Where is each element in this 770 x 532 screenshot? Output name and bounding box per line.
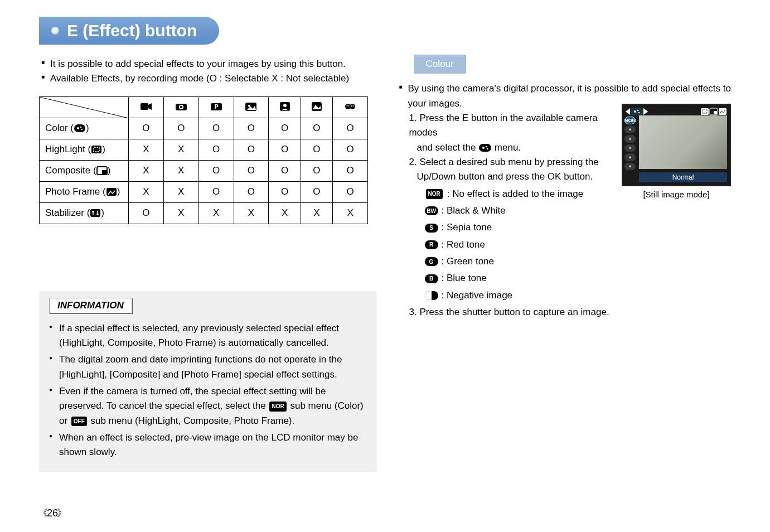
svg-rect-29 <box>479 144 491 152</box>
svg-rect-40 <box>719 108 727 115</box>
table-row: HighLight () XXOOOOO <box>40 139 368 160</box>
table-corner <box>40 96 129 118</box>
screen-box: NOR ● ● ● ● ● Normal <box>622 104 731 186</box>
intro-list: It is possible to add special effects to… <box>41 57 377 86</box>
nor-chip-icon: NOR <box>269 402 286 412</box>
svg-point-21 <box>80 127 82 128</box>
svg-rect-19 <box>74 124 85 132</box>
svg-rect-1 <box>141 103 148 110</box>
left-column: It is possible to add special effects to… <box>39 55 377 472</box>
table-row: Photo Frame () XXOOOOO <box>40 181 368 202</box>
svg-point-18 <box>353 105 354 107</box>
nor-icon: NOR <box>426 189 443 199</box>
green-icon: G <box>425 257 438 266</box>
off-chip-icon: OFF <box>71 417 87 427</box>
colour-menu-icon <box>478 143 492 152</box>
svg-point-32 <box>487 148 488 149</box>
table-row: Color () OOOOOOO <box>40 118 368 139</box>
svg-line-0 <box>40 97 128 118</box>
effect-sepia: S: Sepia tone <box>425 220 627 235</box>
left-blue-icon: ● <box>624 163 636 170</box>
intro-line-1: It is possible to add special effects to… <box>41 57 377 71</box>
svg-point-30 <box>482 147 485 149</box>
negative-icon <box>425 291 438 300</box>
svg-point-33 <box>634 110 636 113</box>
svg-point-16 <box>348 105 350 107</box>
intro-line-2: Available Effects, by recording mode (O … <box>41 71 377 86</box>
svg-point-9 <box>248 105 250 107</box>
mode-icon-landscape <box>301 96 332 118</box>
mode-icon-camera <box>163 96 198 118</box>
sepia-icon: S <box>425 224 438 233</box>
screen-normal-label: Normal <box>639 172 727 182</box>
information-box: INFORMATION If a special effect is selec… <box>39 291 377 472</box>
effect-green: G: Green tone <box>425 254 627 269</box>
effect-options: NOR: No effect is added to the image BW:… <box>425 187 627 303</box>
svg-point-17 <box>351 105 352 107</box>
camera-screen-preview: NOR ● ● ● ● ● Normal [Still image mode] <box>622 104 731 199</box>
svg-point-20 <box>77 127 79 129</box>
left-arrow-icon <box>626 108 630 115</box>
info-item: When an effect is selected, pre-view ima… <box>49 431 367 460</box>
page-title: E (Effect) button <box>67 21 197 40</box>
mode-icon-children <box>333 96 368 118</box>
svg-rect-28 <box>90 209 100 217</box>
info-item: If a special effect is selected, any pre… <box>49 321 367 351</box>
mode-icon-portrait <box>269 96 301 118</box>
red-icon: R <box>425 240 438 249</box>
svg-rect-39 <box>714 111 717 114</box>
screen-caption: [Still image mode] <box>622 190 731 199</box>
colour-mode-chip-icon <box>630 108 643 115</box>
mode-icon-program: P <box>198 96 234 118</box>
svg-marker-2 <box>148 103 152 110</box>
mode-icon-scene <box>234 96 269 118</box>
colour-steps: 1. Press the E button in the available c… <box>409 111 627 320</box>
mode-icon-movie <box>129 96 164 118</box>
effects-table: P Color () OOOOOOO HighLight () XXOOOOO … <box>39 96 368 224</box>
colour-header: Colour <box>414 55 466 74</box>
svg-point-15 <box>347 105 348 107</box>
information-title: INFORMATION <box>49 298 132 313</box>
info-item: The digital zoom and date imprinting fun… <box>49 352 367 382</box>
svg-point-22 <box>81 129 83 130</box>
step-1: 1. Press the E button in the available c… <box>409 111 627 155</box>
page-number: 26 <box>38 506 67 520</box>
header-bullet-icon <box>51 27 59 35</box>
table-row: Composite () XXOOOOO <box>40 160 368 181</box>
svg-point-11 <box>283 104 287 107</box>
screen-left-icons: NOR ● ● ● ● ● <box>624 117 637 170</box>
effect-negative: : Negative image <box>425 288 627 303</box>
highlight-top-icon <box>700 108 709 115</box>
step-2: 2. Select a desired sub menu by pressing… <box>409 155 627 185</box>
effect-bw: BW: Black & White <box>425 204 627 218</box>
screen-photo <box>639 115 727 169</box>
svg-rect-23 <box>91 146 101 153</box>
effect-nor: NOR: No effect is added to the image <box>425 187 627 201</box>
svg-point-34 <box>637 110 639 112</box>
svg-point-35 <box>638 112 640 114</box>
left-red-icon: ● <box>624 144 636 152</box>
left-green-icon: ● <box>624 153 636 161</box>
page-header: E (Effect) button <box>39 17 737 45</box>
effect-red: R: Red tone <box>425 238 627 252</box>
table-row: Stabilizer () OXXXXXX <box>40 202 368 224</box>
svg-point-14 <box>350 104 355 109</box>
svg-point-5 <box>180 106 182 108</box>
left-sepia-icon: ● <box>624 135 636 142</box>
svg-point-31 <box>486 146 487 147</box>
blue-icon: B <box>425 274 438 283</box>
info-item: Even if the camera is turned off, the sp… <box>49 384 367 428</box>
frame-top-icon <box>718 108 727 115</box>
composite-top-icon <box>709 108 718 115</box>
right-arrow-icon <box>643 108 648 115</box>
effect-blue: B: Blue tone <box>425 271 627 286</box>
left-bw-icon: ● <box>624 126 636 133</box>
step-3: 3. Press the shutter button to capture a… <box>409 305 627 320</box>
svg-text:P: P <box>214 104 218 110</box>
header-bar: E (Effect) button <box>39 17 219 45</box>
bw-icon: BW <box>425 206 438 215</box>
information-list: If a special effect is selected, any pre… <box>49 321 367 460</box>
left-nor-icon: NOR <box>624 117 636 124</box>
svg-rect-26 <box>102 170 106 174</box>
